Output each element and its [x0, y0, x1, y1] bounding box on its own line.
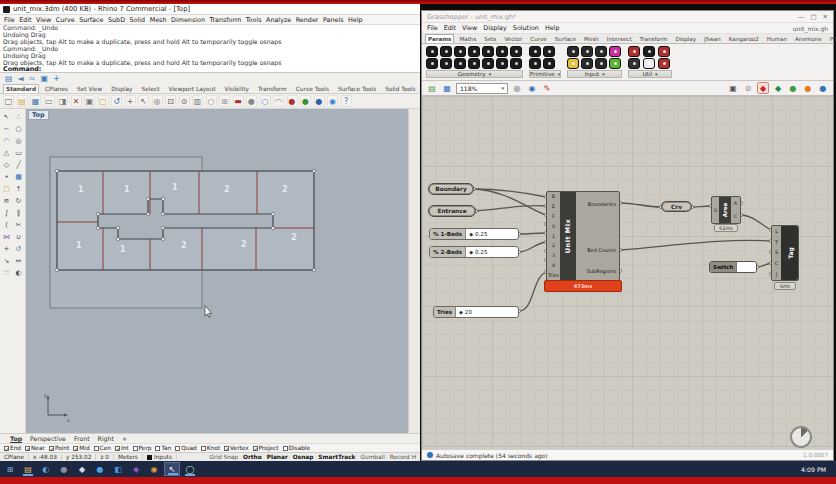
active-layer-chip[interactable]: Inputs	[143, 454, 177, 460]
unit-mix-input-label[interactable]: 0	[552, 224, 555, 229]
taskbar-icon[interactable]: ◈	[128, 462, 144, 476]
ribbon-component-icon[interactable]	[581, 58, 593, 69]
canvas-compass-widget[interactable]	[790, 426, 812, 448]
rhino-menu-item[interactable]: SubD	[108, 16, 125, 24]
category-tab[interactable]: Maths	[456, 34, 479, 43]
rhino-menu-item[interactable]: Mesh	[150, 16, 167, 24]
switch-value-box[interactable]	[736, 262, 756, 272]
viewport-tab[interactable]: Top	[10, 435, 22, 442]
sidebar-tool-icon[interactable]: ✂	[13, 219, 25, 231]
canvas-toolbar-icon[interactable]: ◎	[511, 82, 523, 94]
rhino-menu-item[interactable]: Solid	[130, 16, 146, 24]
toolbar-icon[interactable]: ○	[206, 95, 217, 107]
toolbar-tab[interactable]: Solid Tools	[382, 84, 418, 93]
toolbar-icon[interactable]: ⊞	[219, 95, 230, 107]
ribbon-component-icon[interactable]	[567, 46, 579, 57]
window-button[interactable]: ✕	[823, 13, 828, 21]
taskbar-icon[interactable]: ●	[56, 462, 72, 476]
toolbar-icon[interactable]: ?	[341, 95, 352, 107]
ribbon-component-icon[interactable]	[440, 58, 452, 69]
rhino-menu-item[interactable]: Transform	[209, 16, 241, 24]
toolbar-tab[interactable]: Display	[108, 84, 135, 93]
toolbar-icon[interactable]: ⊡	[165, 95, 176, 107]
toolbar-icon[interactable]: ▢	[98, 95, 109, 107]
rhino-menu-item[interactable]: File	[4, 16, 15, 24]
osnap-checkbox[interactable]	[73, 446, 78, 451]
category-tab[interactable]: Sets	[481, 34, 499, 43]
unit-mix-input-label[interactable]: 1	[552, 234, 555, 239]
window-button[interactable]: —	[798, 13, 805, 21]
ribbon-component-icon[interactable]	[510, 46, 522, 57]
osnap-item[interactable]: Project	[253, 445, 279, 451]
osnap-item[interactable]: Int	[115, 445, 129, 451]
ribbon-component-icon[interactable]	[581, 46, 593, 57]
toolbar-icon[interactable]: ↖	[138, 95, 149, 107]
toolbar-icon[interactable]: ●	[314, 95, 325, 107]
category-tab[interactable]: Curve	[527, 34, 550, 43]
toolbar-icon[interactable]: ●	[246, 95, 257, 107]
unit-mix-input-label[interactable]: 4	[552, 263, 555, 268]
sidebar-tool-icon[interactable]: +	[1, 243, 13, 255]
unit-mix-output-label[interactable]: SubRegions	[587, 268, 616, 274]
slider-2beds[interactable]: % 2-Beds 0.25	[429, 246, 519, 258]
rhino-menu-item[interactable]: Render	[296, 16, 319, 24]
display-mode-icon[interactable]: ●	[802, 82, 814, 94]
osnap-item[interactable]: Quad	[175, 445, 196, 451]
rhino-viewport[interactable]: y x 1112211222 Top	[26, 109, 408, 433]
unit-mix-input-label[interactable]: E	[552, 204, 555, 209]
quick-toolbar-icon[interactable]: ▤	[5, 74, 13, 84]
toolbar-tab[interactable]: Transform	[255, 84, 290, 93]
quick-toolbar-icon[interactable]: ▣	[40, 74, 48, 84]
display-mode-icon[interactable]: ●	[787, 82, 799, 94]
osnap-checkbox[interactable]	[224, 446, 229, 451]
ribbon-component-icon[interactable]	[440, 46, 452, 57]
sidebar-tool-icon[interactable]: ∴	[13, 111, 25, 123]
viewport-tab[interactable]: +	[122, 435, 127, 442]
ribbon-component-icon[interactable]	[426, 58, 438, 69]
taskbar-icon[interactable]: ▤	[20, 462, 36, 476]
ribbon-component-icon[interactable]	[628, 58, 640, 69]
ribbon-component-icon[interactable]	[658, 58, 670, 69]
status-toggle[interactable]: Grid Snap	[209, 454, 238, 460]
ribbon-component-icon[interactable]	[543, 46, 555, 57]
osnap-checkbox[interactable]	[133, 446, 138, 451]
window-button[interactable]: ▢	[810, 13, 816, 21]
ribbon-component-icon[interactable]	[609, 46, 621, 57]
grasshopper-menu-item[interactable]: View	[462, 24, 477, 32]
grasshopper-canvas[interactable]: Boundary Entrance % 1-Beds 0.25 % 2-Beds…	[422, 96, 833, 450]
toolbar-tab[interactable]: Select	[139, 84, 163, 93]
osnap-item[interactable]: Knot	[201, 445, 220, 451]
taskbar-icon[interactable]: ⊞	[2, 462, 18, 476]
tag-input-label[interactable]: L	[775, 229, 778, 234]
sidebar-tool-icon[interactable]: ⇔	[13, 255, 25, 267]
cplane-field[interactable]: CPlane	[0, 454, 29, 460]
unit-mix-input-label[interactable]: B	[552, 194, 555, 199]
sidebar-tool-icon[interactable]: ∷	[1, 267, 13, 279]
sidebar-tool-icon[interactable]: ≋	[1, 195, 13, 207]
floorplan-drawing[interactable]: y x	[26, 109, 408, 433]
ribbon-component-icon[interactable]	[529, 46, 541, 57]
sidebar-tool-icon[interactable]: ╱	[13, 159, 25, 171]
sidebar-tool-icon[interactable]: ◠	[1, 135, 13, 147]
tag-input-label[interactable]: C	[775, 261, 778, 266]
viewport-tab[interactable]: Perspective	[30, 435, 66, 442]
param-switch[interactable]: Switch	[709, 261, 757, 273]
grasshopper-menu-item[interactable]: File	[427, 24, 438, 32]
toolbar-icon[interactable]: ▦	[30, 95, 41, 107]
ribbon-group-label[interactable]: Primitive	[529, 70, 561, 78]
toolbar-icon[interactable]: ●	[287, 95, 298, 107]
area-input-label[interactable]: G	[712, 197, 719, 223]
unit-mix-input-label[interactable]: 2	[552, 243, 555, 248]
toolbar-icon[interactable]: ⊙	[179, 95, 190, 107]
display-mode-icon[interactable]: ◆	[757, 82, 769, 94]
osnap-checkbox[interactable]	[201, 446, 206, 451]
category-tab[interactable]: jSwan	[701, 34, 724, 43]
rhino-menu-item[interactable]: View	[36, 16, 51, 24]
ribbon-component-icon[interactable]	[482, 46, 494, 57]
osnap-checkbox[interactable]	[155, 446, 160, 451]
ribbon-component-icon[interactable]	[496, 46, 508, 57]
sidebar-tool-icon[interactable]: ▢	[1, 183, 13, 195]
slider-2beds-value[interactable]: 0.25	[466, 247, 490, 257]
display-mode-icon[interactable]: ⊘	[742, 82, 754, 94]
rhino-menu-item[interactable]: Analyze	[266, 16, 291, 24]
